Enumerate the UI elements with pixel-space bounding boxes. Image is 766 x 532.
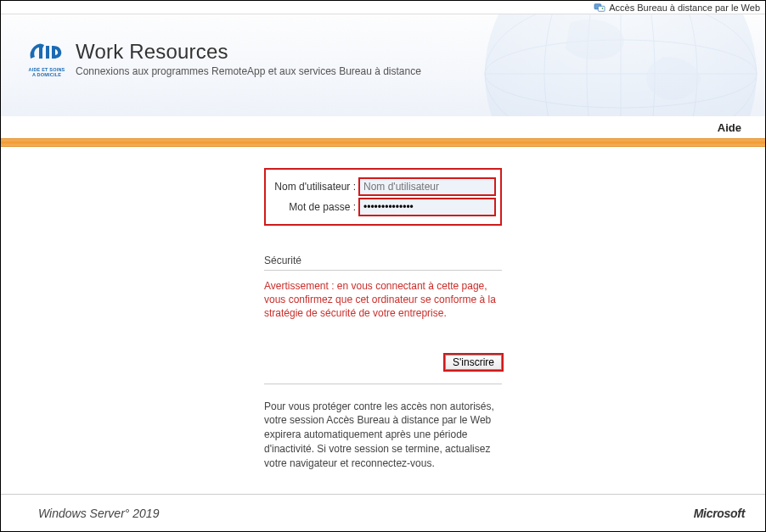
username-input[interactable] — [359, 178, 495, 195]
footer-server-label: Windows Server° 2019 — [38, 507, 159, 520]
help-link[interactable]: Aide — [718, 121, 741, 134]
username-label: Nom d'utilisateur : — [269, 181, 359, 193]
top-bar: Accès Bureau à distance par le Web — [1, 1, 765, 14]
svg-point-2 — [602, 8, 604, 9]
security-warning: Avertissement : en vous connectant à cet… — [264, 279, 502, 321]
globe-background — [408, 14, 765, 116]
page-subtitle: Connexions aux programmes RemoteApp et a… — [76, 65, 421, 77]
session-info: Pour vous protéger contre les accès non … — [264, 400, 502, 471]
content-area: Nom d'utilisateur : Mot de passe : Sécur… — [1, 147, 765, 471]
submit-button[interactable]: S'inscrire — [445, 355, 502, 370]
security-heading: Sécurité — [264, 255, 502, 271]
password-label: Mot de passe : — [269, 201, 359, 213]
top-bar-label: Accès Bureau à distance par le Web — [609, 3, 760, 13]
logo-block: AIDE ET SOINS A DOMICILE Work Resources … — [26, 40, 421, 77]
svg-rect-11 — [46, 46, 49, 59]
remote-desktop-icon — [594, 3, 605, 13]
logo-subtext: AIDE ET SOINS A DOMICILE — [26, 68, 67, 77]
login-form: Nom d'utilisateur : Mot de passe : Sécur… — [264, 168, 502, 471]
divider — [264, 384, 502, 384]
footer: Windows Server° 2019 Microsoft — [1, 494, 765, 531]
credentials-box: Nom d'utilisateur : Mot de passe : — [264, 168, 502, 226]
svg-rect-1 — [599, 6, 605, 11]
page-title: Work Resources — [76, 40, 421, 64]
logo-icon: AIDE ET SOINS A DOMICILE — [26, 40, 67, 77]
password-input[interactable] — [359, 199, 495, 216]
svg-rect-10 — [39, 46, 42, 59]
accent-bar — [1, 138, 765, 147]
footer-microsoft-label: Microsoft — [694, 507, 745, 520]
header: AIDE ET SOINS A DOMICILE Work Resources … — [1, 14, 765, 116]
nav-bar: Aide — [1, 116, 765, 138]
